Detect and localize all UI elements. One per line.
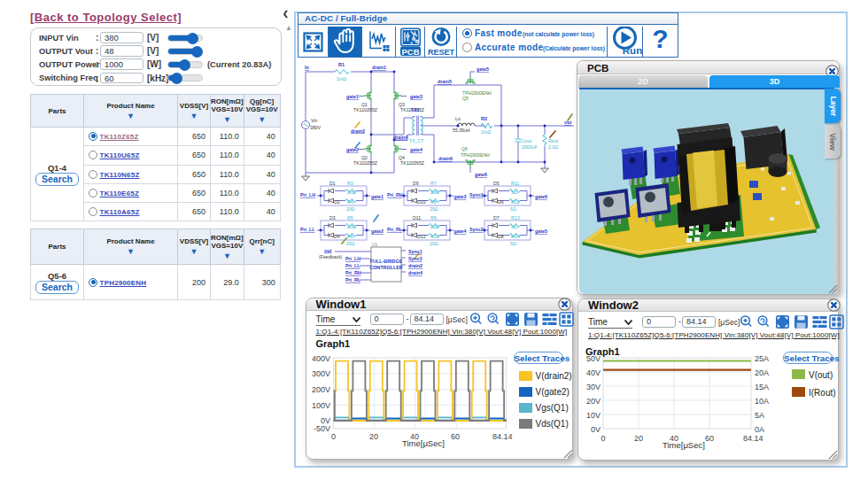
svg-text:200V: 200V [311, 385, 329, 394]
svg-text:RESET: RESET [428, 47, 455, 56]
svg-text:20Ω: 20Ω [347, 224, 356, 229]
svg-text:U1: U1 [372, 242, 378, 247]
svg-text:R2: R2 [481, 116, 487, 121]
svg-text:Pri_RL: Pri_RL [387, 227, 403, 232]
svg-text:30V: 30V [586, 383, 601, 391]
svg-text:60: 60 [705, 434, 714, 443]
svg-text:Pri_LH: Pri_LH [300, 192, 315, 198]
svg-text:TK110Z65Z: TK110Z65Z [353, 107, 377, 112]
svg-text:D9: D9 [413, 181, 419, 186]
svg-text:R13: R13 [511, 215, 520, 221]
svg-text:Lo: Lo [455, 116, 461, 121]
svg-text:Vin: Vin [311, 118, 318, 123]
svg-text:R4: R4 [347, 199, 353, 205]
svg-text:20A: 20A [755, 368, 769, 377]
svg-text:R11: R11 [511, 181, 519, 186]
svg-text:TX1: TX1 [411, 107, 420, 112]
svg-text:84.14: 84.14 [743, 434, 763, 443]
svg-text:5Ω: 5Ω [511, 190, 517, 195]
svg-text:400V: 400V [311, 354, 329, 363]
svg-text:5Ω: 5Ω [511, 224, 517, 229]
svg-text:drain1: drain1 [372, 65, 386, 70]
svg-text:10V: 10V [586, 411, 601, 420]
svg-text:gate3: gate3 [454, 194, 467, 199]
svg-text:R3: R3 [347, 181, 353, 186]
svg-text:Sync1: Sync1 [408, 249, 422, 254]
svg-text:2mΩ: 2mΩ [481, 129, 491, 135]
svg-text:gate1: gate1 [371, 194, 384, 199]
svg-text:20Ω: 20Ω [346, 241, 355, 246]
svg-text:Pri_RH: Pri_RH [387, 192, 403, 198]
svg-text:20Ω: 20Ω [430, 224, 439, 229]
svg-text:D4: D4 [334, 234, 340, 239]
svg-text:20Ω: 20Ω [346, 206, 355, 212]
svg-text:FULL-BRIDGE: FULL-BRIDGE [370, 259, 403, 264]
svg-text:drain6: drain6 [438, 156, 453, 161]
svg-text:55.39uH: 55.39uH [453, 128, 470, 133]
svg-text:20Ω: 20Ω [430, 206, 438, 212]
svg-text:10A: 10A [755, 397, 769, 406]
svg-text:drain2: drain2 [351, 128, 365, 134]
svg-text:-50V: -50V [313, 424, 329, 433]
svg-text:1mΩ: 1mΩ [337, 76, 346, 81]
svg-text:Pri_LH: Pri_LH [345, 256, 360, 261]
svg-text:100V: 100V [311, 401, 329, 410]
svg-text:Sync2: Sync2 [469, 227, 484, 232]
svg-text:Pri_RH: Pri_RH [345, 270, 361, 275]
svg-text:D6: D6 [498, 199, 504, 205]
svg-text:Rout: Rout [548, 138, 559, 143]
svg-text:15A: 15A [755, 383, 769, 391]
svg-text:drain4: drain4 [408, 270, 422, 275]
svg-text:Cout: Cout [522, 138, 532, 143]
svg-text:20Ω: 20Ω [430, 190, 439, 195]
svg-text:PCB: PCB [401, 46, 419, 56]
svg-text:20Ω: 20Ω [347, 190, 356, 195]
svg-text:0A: 0A [755, 425, 764, 434]
svg-text:D2: D2 [334, 199, 340, 205]
svg-text:gate5: gate5 [477, 66, 489, 72]
svg-text:gate2: gate2 [371, 229, 384, 234]
svg-text:gate4: gate4 [454, 229, 467, 234]
svg-text:D11: D11 [413, 215, 421, 221]
svg-text:gate5: gate5 [535, 229, 547, 234]
svg-text:TK110Z65Z: TK110Z65Z [400, 160, 424, 166]
svg-text:D5: D5 [493, 181, 500, 186]
svg-text:(Feedback): (Feedback) [319, 254, 343, 259]
svg-text:TX_CT: TX_CT [409, 138, 424, 143]
svg-text:R1: R1 [338, 62, 345, 67]
svg-text:5Ω: 5Ω [510, 241, 516, 246]
svg-text:In: In [305, 65, 309, 70]
svg-text:20Ω: 20Ω [430, 241, 438, 246]
svg-text:Time[μSec]: Time[μSec] [663, 440, 705, 450]
svg-text:gate4: gate4 [410, 147, 422, 152]
svg-text:R12: R12 [511, 199, 520, 205]
svg-text:CONTROLLER: CONTROLLER [369, 265, 403, 270]
svg-text:out: out [564, 120, 571, 125]
svg-text:gate6: gate6 [475, 172, 487, 177]
svg-text:TPH2900ENH: TPH2900ENH [461, 152, 490, 158]
svg-text:TK110Z65Z: TK110Z65Z [353, 160, 377, 166]
svg-text:Q5: Q5 [462, 96, 469, 101]
svg-text:Pri_LL: Pri_LL [300, 227, 315, 232]
svg-text:drain5: drain5 [438, 79, 452, 84]
svg-text:R8: R8 [430, 199, 437, 205]
svg-text:D7: D7 [493, 215, 500, 221]
svg-text:R6: R6 [347, 234, 353, 239]
svg-text:Pri_RL: Pri_RL [345, 277, 361, 283]
svg-text:40V: 40V [586, 368, 601, 377]
svg-text:Run: Run [622, 44, 641, 55]
svg-text:Sync1: Sync1 [469, 192, 484, 198]
svg-text:gate6: gate6 [535, 194, 547, 199]
svg-text:R9: R9 [430, 215, 437, 221]
svg-text:D12: D12 [417, 234, 426, 239]
svg-text:D10: D10 [417, 199, 426, 205]
svg-text:R10: R10 [430, 234, 439, 239]
svg-text:D3: D3 [329, 215, 336, 221]
svg-text:84.14: 84.14 [492, 432, 513, 441]
svg-text:20: 20 [369, 432, 378, 441]
svg-text:gate1: gate1 [346, 94, 359, 99]
svg-text:Q6: Q6 [461, 146, 468, 151]
svg-text:300V: 300V [311, 369, 329, 378]
svg-text:0V: 0V [591, 425, 601, 434]
svg-text:D8: D8 [498, 234, 504, 239]
